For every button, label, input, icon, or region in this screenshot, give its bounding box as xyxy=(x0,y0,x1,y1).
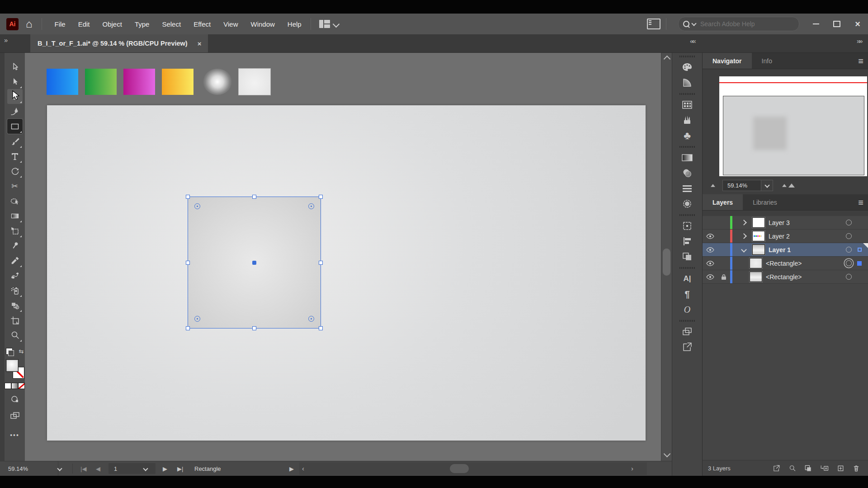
edit-toolbar-button[interactable]: ••• xyxy=(10,432,19,439)
dock-grip[interactable] xyxy=(679,214,695,216)
menu-object[interactable]: Object xyxy=(96,18,128,31)
none-button[interactable] xyxy=(18,383,25,389)
artwork-swatch-orange[interactable] xyxy=(162,69,193,95)
artwork-swatch-green[interactable] xyxy=(85,69,117,95)
clipping-mask-icon[interactable] xyxy=(804,465,812,472)
layer-name[interactable]: Layer 2 xyxy=(769,233,790,240)
scroll-right-icon[interactable]: › xyxy=(631,465,633,472)
expand-arrow-icon[interactable] xyxy=(738,234,750,238)
dock-grip[interactable] xyxy=(679,93,695,95)
corner-radius-widget[interactable] xyxy=(194,316,200,322)
symbols-panel-button[interactable]: ♣ xyxy=(679,128,695,143)
shape-builder-tool[interactable] xyxy=(7,193,23,208)
menu-file[interactable]: File xyxy=(48,18,72,31)
selected-rectangle[interactable] xyxy=(188,197,321,328)
free-transform-tool[interactable] xyxy=(7,223,23,238)
expand-left-dock-icon[interactable]: » xyxy=(4,36,8,44)
color-guide-panel-button[interactable] xyxy=(679,75,695,90)
tab-layers[interactable]: Layers xyxy=(703,194,743,210)
panel-menu-icon[interactable]: ≡ xyxy=(858,197,863,208)
corner-radius-widget[interactable] xyxy=(308,316,314,322)
rectangle-tool[interactable] xyxy=(7,119,23,134)
first-artboard-button[interactable]: |◀ xyxy=(80,461,86,476)
menu-view[interactable]: View xyxy=(217,18,244,31)
handle-bottom-center[interactable] xyxy=(252,326,256,330)
object-name[interactable]: <Rectangle> xyxy=(766,273,802,281)
selection-indicator[interactable] xyxy=(858,248,862,252)
gradient-panel-button[interactable] xyxy=(679,150,695,165)
home-icon[interactable]: ⌂ xyxy=(26,19,33,29)
menu-window[interactable]: Window xyxy=(244,18,281,31)
visibility-toggle[interactable] xyxy=(703,234,717,239)
stroke-panel-button[interactable] xyxy=(679,181,695,196)
target-circle[interactable] xyxy=(846,220,852,225)
handle-bottom-right[interactable] xyxy=(319,326,323,330)
layer-row-rectangle2[interactable]: <Rectangle> xyxy=(703,270,868,284)
layer-thumbnail[interactable] xyxy=(752,231,765,241)
scissors-tool[interactable]: ✂ xyxy=(7,178,23,193)
target-circle[interactable] xyxy=(846,247,852,253)
document-tab[interactable]: B_I_T_or_F_1.ai* @ 59.14 % (RGB/CPU Prev… xyxy=(30,34,208,52)
layer-row-rectangle1[interactable]: <Rectangle> xyxy=(703,257,868,270)
maximize-button[interactable] xyxy=(826,14,847,34)
transparency-panel-button[interactable] xyxy=(679,165,695,181)
navigator-zoom-dropdown[interactable] xyxy=(761,180,773,191)
default-fill-stroke-icon[interactable] xyxy=(6,348,13,355)
close-tab-icon[interactable]: × xyxy=(198,40,202,47)
character-panel-button[interactable]: A| xyxy=(679,271,695,286)
expand-panels-icon[interactable]: »» xyxy=(857,37,862,45)
color-panel-button[interactable] xyxy=(679,60,695,75)
color-button[interactable] xyxy=(5,383,11,389)
align-panel-button[interactable] xyxy=(679,234,695,249)
menu-edit[interactable]: Edit xyxy=(72,18,96,31)
menu-effect[interactable]: Effect xyxy=(187,18,217,31)
layer-row-layer1[interactable]: Layer 1 xyxy=(703,243,868,257)
panel-menu-icon[interactable]: ≡ xyxy=(858,56,863,66)
vertical-scroll-thumb[interactable] xyxy=(663,249,670,276)
tab-navigator[interactable]: Navigator xyxy=(703,53,752,69)
target-circle[interactable] xyxy=(846,233,852,239)
artwork-swatch-blue[interactable] xyxy=(47,69,78,95)
shaper-tool[interactable] xyxy=(7,298,23,313)
object-thumbnail[interactable] xyxy=(750,272,762,282)
zoom-in-icon[interactable] xyxy=(781,183,795,188)
locate-object-icon[interactable] xyxy=(788,465,796,472)
scroll-left-icon[interactable]: ‹ xyxy=(302,465,304,472)
handle-top-right[interactable] xyxy=(319,195,323,199)
tab-info[interactable]: Info xyxy=(752,53,782,69)
drawing-modes-button[interactable] xyxy=(10,394,19,405)
type-tool[interactable] xyxy=(7,149,23,164)
dock-grip[interactable] xyxy=(679,267,695,269)
collapse-dock-icon[interactable]: «« xyxy=(690,37,695,45)
new-sublayer-icon[interactable] xyxy=(820,465,829,472)
status-expand-icon[interactable]: ▶ xyxy=(289,461,294,476)
illustrator-logo-icon[interactable]: Ai xyxy=(6,18,19,30)
object-name[interactable]: <Rectangle> xyxy=(766,260,802,267)
artboard[interactable] xyxy=(47,105,646,441)
zoom-dropdown-icon[interactable] xyxy=(57,466,62,471)
layer-name[interactable]: Layer 1 xyxy=(769,246,791,253)
handle-middle-left[interactable] xyxy=(186,261,190,265)
layer-thumbnail[interactable] xyxy=(752,244,765,255)
zoom-level-field[interactable]: 59.14% xyxy=(3,461,58,476)
menu-select[interactable]: Select xyxy=(156,18,187,31)
visibility-toggle[interactable] xyxy=(703,274,717,280)
corner-radius-widget[interactable] xyxy=(308,203,314,209)
object-thumbnail[interactable] xyxy=(750,258,762,268)
selection-tool[interactable] xyxy=(7,59,23,74)
artwork-radial-blob[interactable] xyxy=(203,69,232,95)
navigator-zoom-field[interactable]: 59.14% xyxy=(722,180,761,191)
arrange-documents-button[interactable] xyxy=(319,20,339,28)
blend-tool[interactable] xyxy=(7,268,23,283)
eyedropper-tool[interactable] xyxy=(7,253,23,268)
artboard-tool[interactable] xyxy=(7,313,23,328)
center-point[interactable] xyxy=(252,261,256,265)
tab-libraries[interactable]: Libraries xyxy=(743,194,787,210)
close-button[interactable]: × xyxy=(847,14,868,34)
target-circle-targeted[interactable] xyxy=(846,260,852,266)
swatches-panel-button[interactable] xyxy=(679,97,695,113)
layer-row-layer3[interactable]: Layer 3 xyxy=(703,216,868,230)
brushes-panel-button[interactable] xyxy=(679,113,695,128)
dock-grip[interactable] xyxy=(679,56,695,57)
menu-help[interactable]: Help xyxy=(281,18,308,31)
